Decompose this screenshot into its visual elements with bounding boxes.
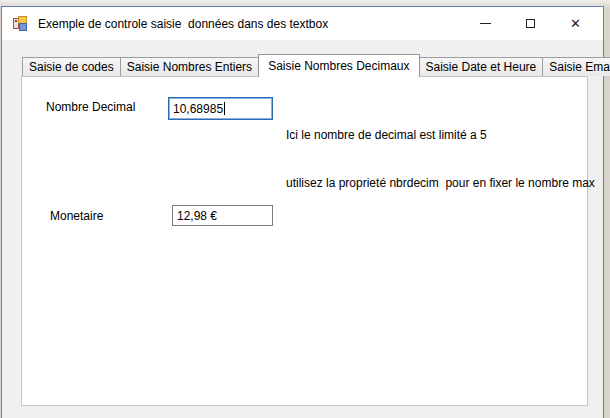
tab-saisie-nombres-entiers[interactable]: Saisie Nombres Entiers — [120, 57, 259, 76]
tab-saisie-email[interactable]: Saisie Email — [542, 57, 610, 76]
decimal-input[interactable]: 10,68985 — [168, 97, 273, 120]
close-icon: ✕ — [570, 17, 581, 30]
minimize-icon — [480, 23, 491, 24]
desktop-background: Exemple de controle saisie données dans … — [0, 0, 610, 418]
decimal-help-line2: utilisez la proprieté nbrdecim pour en f… — [286, 175, 595, 191]
minimize-button[interactable] — [463, 7, 508, 40]
window-controls: ✕ — [463, 7, 598, 40]
tab-saisie-de-codes[interactable]: Saisie de codes — [22, 57, 121, 76]
close-button[interactable]: ✕ — [553, 7, 598, 40]
tab-saisie-nombres-decimaux[interactable]: Saisie Nombres Decimaux — [258, 54, 419, 77]
decimal-help-line1: Ici le nombre de decimal est limité a 5 — [286, 127, 595, 143]
app-window: Exemple de controle saisie données dans … — [1, 6, 604, 418]
form-client-area: Saisie de codes Saisie Nombres Entiers S… — [2, 40, 603, 418]
tab-page-decimaux: Nombre Decimal 10,68985 Ici le nombre de… — [21, 76, 588, 406]
form-icon-blue-square — [19, 23, 27, 31]
decimal-input-value: 10,68985 — [173, 102, 223, 116]
title-bar[interactable]: Exemple de controle saisie données dans … — [2, 7, 603, 40]
tab-strip: Saisie de codes Saisie Nombres Entiers S… — [22, 54, 610, 76]
tab-saisie-date-et-heure[interactable]: Saisie Date et Heure — [419, 57, 544, 76]
monetary-input[interactable]: 12,98 € — [172, 205, 273, 226]
text-caret — [224, 102, 225, 115]
decimal-field-label: Nombre Decimal — [46, 100, 135, 114]
decimal-help-text: Ici le nombre de decimal est limité a 5 … — [286, 95, 595, 223]
maximize-button[interactable] — [508, 7, 553, 40]
maximize-icon — [526, 19, 535, 28]
monetary-input-value: 12,98 € — [177, 209, 217, 223]
window-title: Exemple de controle saisie données dans … — [38, 17, 328, 31]
monetary-field-label: Monetaire — [50, 209, 103, 223]
winforms-form-icon — [13, 16, 29, 32]
